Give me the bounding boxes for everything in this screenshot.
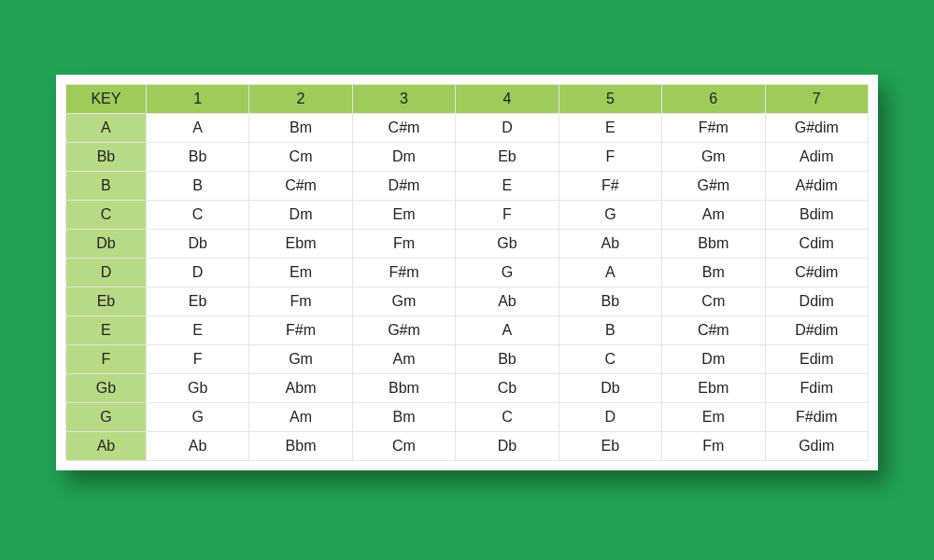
chord-cell: G#m bbox=[352, 316, 455, 345]
chord-cell: Cm bbox=[352, 432, 455, 461]
chord-cell: D#dim bbox=[765, 316, 868, 345]
chord-cell: G#dim bbox=[765, 114, 868, 143]
chord-cell: Gm bbox=[249, 345, 352, 374]
table-row: AbAbBbmCmDbEbFmGdim bbox=[66, 432, 869, 461]
col-header-6: 6 bbox=[662, 85, 765, 114]
chord-cell: F bbox=[146, 345, 248, 374]
table-row: GGAmBmCDEmF#dim bbox=[66, 403, 869, 432]
chord-cell: Eb bbox=[456, 143, 559, 172]
chord-cell: A bbox=[146, 114, 248, 143]
chord-cell: Fm bbox=[662, 432, 765, 461]
chord-cell: Em bbox=[249, 259, 352, 287]
table-row: EEF#mG#mABC#mD#dim bbox=[66, 316, 869, 345]
chord-cell: Cm bbox=[249, 143, 352, 172]
chord-cell: Fm bbox=[352, 230, 455, 259]
chord-cell: Gdim bbox=[765, 432, 868, 461]
chord-cell: Em bbox=[352, 201, 455, 230]
chord-cell: Gb bbox=[146, 374, 248, 403]
chord-cell: D bbox=[559, 403, 661, 432]
chord-cell: Cdim bbox=[765, 230, 868, 259]
chord-cell: Bbm bbox=[662, 230, 765, 259]
chord-cell: C#m bbox=[662, 316, 765, 345]
chord-cell: Db bbox=[456, 432, 559, 461]
chord-table-card: KEY1234567 AABmC#mDEF#mG#dimBbBbCmDmEbFG… bbox=[56, 75, 878, 470]
chord-cell: Am bbox=[352, 345, 455, 374]
chord-cell: C bbox=[456, 403, 559, 432]
chord-cell: Eb bbox=[146, 287, 248, 316]
row-key: Bb bbox=[66, 143, 147, 172]
chord-cell: E bbox=[146, 316, 248, 345]
row-key: Db bbox=[66, 230, 147, 259]
chord-cell: Gb bbox=[456, 230, 559, 259]
row-key: B bbox=[66, 172, 147, 201]
table-row: BbBbCmDmEbFGmAdim bbox=[66, 143, 869, 172]
col-header-7: 7 bbox=[765, 85, 868, 114]
chord-cell: D#m bbox=[352, 172, 455, 201]
chord-cell: Db bbox=[559, 374, 661, 403]
chord-cell: Fm bbox=[249, 287, 352, 316]
chord-cell: Bbm bbox=[249, 432, 352, 461]
chord-cell: Bm bbox=[249, 114, 352, 143]
chord-cell: Ab bbox=[559, 230, 661, 259]
chord-cell: G#m bbox=[662, 172, 765, 201]
table-row: DbDbEbmFmGbAbBbmCdim bbox=[66, 230, 869, 259]
chord-cell: B bbox=[559, 316, 661, 345]
chord-cell: Bdim bbox=[765, 201, 868, 230]
chord-cell: C#m bbox=[352, 114, 455, 143]
chord-cell: Am bbox=[662, 201, 765, 230]
col-header-3: 3 bbox=[352, 85, 455, 114]
chord-cell: Adim bbox=[765, 143, 868, 172]
chord-cell: C bbox=[559, 345, 661, 374]
chord-cell: Gm bbox=[662, 143, 765, 172]
chord-cell: Fdim bbox=[765, 374, 868, 403]
table-body: AABmC#mDEF#mG#dimBbBbCmDmEbFGmAdimBBC#mD… bbox=[66, 114, 869, 461]
header-row: KEY1234567 bbox=[66, 85, 869, 114]
chord-cell: Abm bbox=[249, 374, 352, 403]
chord-cell: F#dim bbox=[765, 403, 868, 432]
row-key: D bbox=[66, 259, 147, 287]
chord-cell: F#m bbox=[662, 114, 765, 143]
col-header-1: 1 bbox=[146, 85, 248, 114]
row-key: C bbox=[66, 201, 147, 230]
chord-cell: C bbox=[146, 201, 248, 230]
table-row: FFGmAmBbCDmEdim bbox=[66, 345, 869, 374]
table-row: DDEmF#mGABmC#dim bbox=[66, 259, 869, 287]
chord-cell: Ddim bbox=[765, 287, 868, 316]
chord-cell: Ebm bbox=[662, 374, 765, 403]
chord-cell: Dm bbox=[662, 345, 765, 374]
chord-cell: C#m bbox=[249, 172, 352, 201]
col-header-2: 2 bbox=[249, 85, 352, 114]
chord-cell: Cb bbox=[456, 374, 559, 403]
chord-cell: Ab bbox=[146, 432, 248, 461]
chord-cell: G bbox=[456, 259, 559, 287]
chord-cell: E bbox=[559, 114, 661, 143]
chord-cell: F bbox=[559, 143, 661, 172]
chord-cell: F#m bbox=[352, 259, 455, 287]
chord-cell: G bbox=[146, 403, 248, 432]
chord-cell: Bm bbox=[352, 403, 455, 432]
chord-cell: Bb bbox=[456, 345, 559, 374]
table-row: EbEbFmGmAbBbCmDdim bbox=[66, 287, 869, 316]
chord-cell: G bbox=[559, 201, 661, 230]
chord-cell: F bbox=[456, 201, 559, 230]
row-key: A bbox=[66, 114, 147, 143]
table-row: AABmC#mDEF#mG#dim bbox=[66, 114, 869, 143]
chord-cell: A bbox=[559, 259, 661, 287]
chord-cell: Ab bbox=[456, 287, 559, 316]
table-row: BBC#mD#mEF#G#mA#dim bbox=[66, 172, 869, 201]
chord-cell: D bbox=[146, 259, 248, 287]
chord-cell: Bb bbox=[146, 143, 248, 172]
chord-cell: Bm bbox=[662, 259, 765, 287]
chord-cell: Em bbox=[662, 403, 765, 432]
chord-cell: Eb bbox=[559, 432, 661, 461]
col-header-4: 4 bbox=[456, 85, 559, 114]
row-key: Gb bbox=[66, 374, 147, 403]
chord-cell: F# bbox=[559, 172, 661, 201]
chord-table: KEY1234567 AABmC#mDEF#mG#dimBbBbCmDmEbFG… bbox=[65, 84, 869, 461]
chord-cell: Cm bbox=[662, 287, 765, 316]
chord-cell: Bb bbox=[559, 287, 661, 316]
row-key: Eb bbox=[66, 287, 147, 316]
chord-cell: F#m bbox=[249, 316, 352, 345]
col-header-key: KEY bbox=[66, 85, 147, 114]
col-header-5: 5 bbox=[559, 85, 661, 114]
